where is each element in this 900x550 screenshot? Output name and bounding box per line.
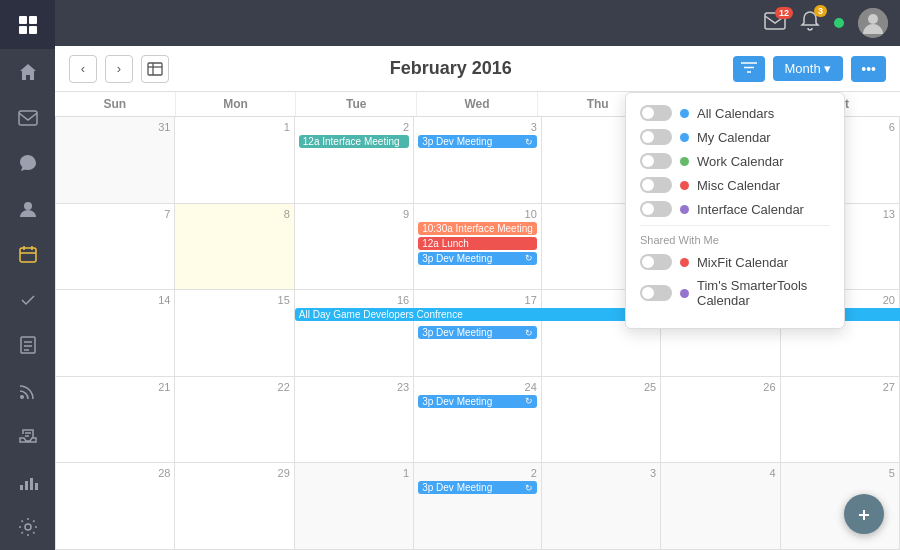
- dot-tims: [680, 289, 689, 298]
- dropdown-item-misc[interactable]: Misc Calendar: [640, 177, 830, 193]
- table-row[interactable]: 2 3p Dev Meeting↻: [414, 463, 542, 550]
- svg-rect-25: [148, 63, 162, 75]
- dropdown-item-my[interactable]: My Calendar: [640, 129, 830, 145]
- table-row[interactable]: 14: [56, 290, 175, 377]
- dot-interface: [680, 205, 689, 214]
- svg-point-5: [24, 202, 32, 210]
- dropdown-item-work[interactable]: Work Calendar: [640, 153, 830, 169]
- list-item[interactable]: 10:30a Interface Meeting: [418, 222, 537, 235]
- table-row[interactable]: 4: [661, 463, 780, 550]
- table-row[interactable]: 27: [781, 377, 900, 464]
- fab-button[interactable]: [844, 494, 884, 534]
- toggle-mixfit[interactable]: [640, 254, 672, 270]
- day-header-wed: Wed: [417, 92, 538, 116]
- table-row[interactable]: 10 10:30a Interface Meeting 12a Lunch 3p…: [414, 204, 542, 291]
- table-row[interactable]: 15: [175, 290, 294, 377]
- table-row[interactable]: 7: [56, 204, 175, 291]
- svg-point-21: [25, 524, 31, 530]
- sidebar-item-contacts[interactable]: [0, 186, 55, 232]
- day-header-sun: Sun: [55, 92, 176, 116]
- dot-work: [680, 157, 689, 166]
- table-row[interactable]: 2 12a Interface Meeting: [295, 117, 414, 204]
- table-row[interactable]: 25: [542, 377, 661, 464]
- svg-rect-6: [20, 248, 36, 262]
- svg-point-14: [20, 395, 24, 399]
- table-row[interactable]: 29: [175, 463, 294, 550]
- list-item[interactable]: 3p Dev Meeting↻: [418, 326, 537, 339]
- dropdown-item-mixfit[interactable]: MixFit Calendar: [640, 254, 830, 270]
- day-header-mon: Mon: [176, 92, 297, 116]
- toggle-all[interactable]: [640, 105, 672, 121]
- list-item[interactable]: 12a Interface Meeting: [299, 135, 409, 148]
- more-button[interactable]: •••: [851, 56, 886, 82]
- sidebar-logo: [0, 0, 55, 49]
- toggle-interface[interactable]: [640, 201, 672, 217]
- prev-button[interactable]: ‹: [69, 55, 97, 83]
- label-my: My Calendar: [697, 130, 771, 145]
- view-icon[interactable]: [141, 55, 169, 83]
- label-misc: Misc Calendar: [697, 178, 780, 193]
- sidebar-item-home[interactable]: [0, 49, 55, 95]
- table-row[interactable]: 31: [56, 117, 175, 204]
- sidebar-item-calendar[interactable]: [0, 231, 55, 277]
- toggle-work[interactable]: [640, 153, 672, 169]
- table-row[interactable]: 17 3p Dev Meeting↻: [414, 290, 542, 377]
- list-item[interactable]: 3p Dev Meeting↻: [418, 135, 537, 148]
- svg-rect-17: [20, 485, 23, 490]
- sidebar-item-inbox[interactable]: [0, 413, 55, 459]
- table-row[interactable]: 26: [661, 377, 780, 464]
- table-row[interactable]: 9: [295, 204, 414, 291]
- table-row[interactable]: 16 All Day Game Developers Confrence: [295, 290, 414, 377]
- shared-label: Shared With Me: [640, 234, 830, 246]
- toggle-my[interactable]: [640, 129, 672, 145]
- sidebar-item-chat[interactable]: [0, 140, 55, 186]
- dropdown-item-interface[interactable]: Interface Calendar: [640, 201, 830, 217]
- dropdown-item-tims[interactable]: Tim's SmarterTools Calendar: [640, 278, 830, 308]
- sidebar-item-feeds[interactable]: [0, 368, 55, 414]
- svg-point-24: [868, 14, 878, 24]
- sidebar-item-tasks[interactable]: [0, 277, 55, 323]
- sidebar-item-reports[interactable]: [0, 459, 55, 505]
- svg-rect-2: [19, 26, 27, 34]
- main-content: 12 3 ‹ › February 2016 Month ▾ ••• Sun M…: [55, 0, 900, 550]
- list-item[interactable]: 3p Dev Meeting↻: [418, 395, 537, 408]
- calendar-area: Sun Mon Tue Wed Thu Fri Sat 31 1 2 12a I…: [55, 92, 900, 550]
- list-item[interactable]: 12a Lunch: [418, 237, 537, 250]
- table-row[interactable]: 8: [175, 204, 294, 291]
- table-row[interactable]: 3 3p Dev Meeting↻: [414, 117, 542, 204]
- next-button[interactable]: ›: [105, 55, 133, 83]
- month-button[interactable]: Month ▾: [773, 56, 844, 81]
- sidebar-item-settings[interactable]: [0, 504, 55, 550]
- table-row[interactable]: 1: [295, 463, 414, 550]
- table-row[interactable]: 24 3p Dev Meeting↻: [414, 377, 542, 464]
- sidebar-item-notes[interactable]: [0, 322, 55, 368]
- filter-button[interactable]: [733, 56, 765, 82]
- mail-badge: 12: [775, 7, 793, 19]
- label-interface: Interface Calendar: [697, 202, 804, 217]
- label-work: Work Calendar: [697, 154, 783, 169]
- toggle-misc[interactable]: [640, 177, 672, 193]
- table-row[interactable]: 1: [175, 117, 294, 204]
- mail-icon[interactable]: 12: [764, 12, 786, 35]
- divider: [640, 225, 830, 226]
- day-header-tue: Tue: [296, 92, 417, 116]
- table-row[interactable]: 21: [56, 377, 175, 464]
- table-row[interactable]: 22: [175, 377, 294, 464]
- svg-rect-3: [29, 26, 37, 34]
- status-dot: [834, 18, 844, 28]
- list-item[interactable]: 3p Dev Meeting↻: [418, 481, 537, 494]
- bell-icon[interactable]: 3: [800, 10, 820, 37]
- toggle-tims[interactable]: [640, 285, 672, 301]
- svg-rect-18: [25, 481, 28, 490]
- table-row[interactable]: 28: [56, 463, 175, 550]
- dropdown-item-all[interactable]: All Calendars: [640, 105, 830, 121]
- label-mixfit: MixFit Calendar: [697, 255, 788, 270]
- calendar-title: February 2016: [177, 58, 725, 79]
- avatar[interactable]: [858, 8, 888, 38]
- table-row[interactable]: 23: [295, 377, 414, 464]
- table-row[interactable]: 3: [542, 463, 661, 550]
- sidebar-item-mail[interactable]: [0, 95, 55, 141]
- calendar-dropdown: All Calendars My Calendar Work Calendar …: [625, 92, 845, 329]
- list-item[interactable]: 3p Dev Meeting↻: [418, 252, 537, 265]
- topbar: 12 3: [55, 0, 900, 46]
